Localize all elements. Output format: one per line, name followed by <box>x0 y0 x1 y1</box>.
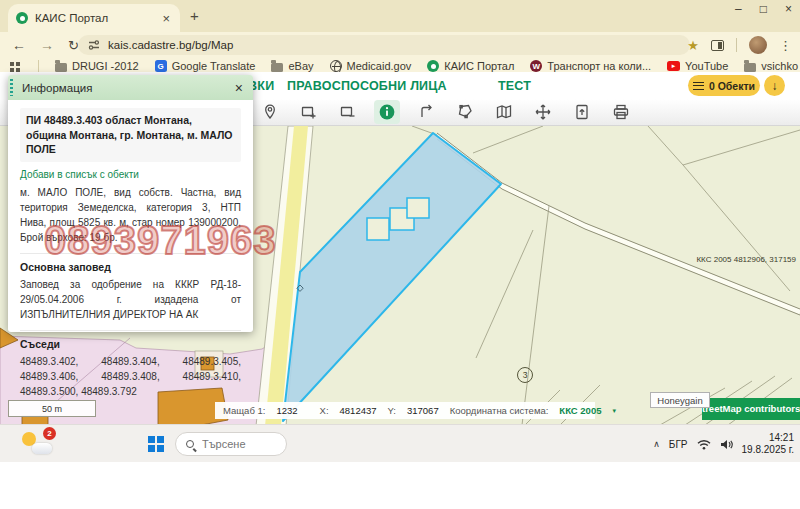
neighbors-list: 48489.3.402, 48489.3.404, 48489.3.405, 4… <box>20 354 241 399</box>
objects-button[interactable]: 0 Обекти <box>688 75 760 96</box>
select-polygon-tool-button[interactable] <box>452 100 478 124</box>
crs-select[interactable]: ККС 2005 <box>559 405 601 416</box>
site-settings-icon[interactable] <box>88 39 100 51</box>
bookmark-youtube-icon: ▸ <box>667 61 680 71</box>
honeygain-tooltip: Honeygain <box>650 392 710 408</box>
info-panel-header[interactable]: Информация × <box>8 75 253 100</box>
parcel-description: м. МАЛО ПОЛЕ, вид собств. Частна, вид те… <box>20 185 241 245</box>
back-button[interactable]: ← <box>12 37 26 53</box>
x-value: 4812437 <box>340 405 377 416</box>
address-bar[interactable]: kais.cadastre.bg/bg/Map <box>78 35 690 55</box>
polygon-select-icon <box>456 103 474 121</box>
objects-download-button[interactable]: ↓ <box>764 75 785 96</box>
parcel-405b[interactable] <box>407 198 429 218</box>
parcel-404[interactable] <box>367 218 389 240</box>
window-maximize-button[interactable]: □ <box>760 2 767 16</box>
wifi-icon[interactable] <box>697 439 711 450</box>
crs-dropdown-icon[interactable]: ▾ <box>612 407 616 415</box>
tab-close-icon[interactable]: × <box>160 11 172 26</box>
speaker-icon[interactable] <box>720 439 733 450</box>
taskbar-start-button[interactable] <box>144 429 168 459</box>
bookmark-item[interactable]: Medicaid.gov <box>330 60 412 72</box>
pan-tool-button[interactable] <box>530 100 556 124</box>
y-value: 317067 <box>407 405 439 416</box>
bookmark-label: vsichko <box>761 60 798 72</box>
nav-pravosposobni-lica[interactable]: ПРАВОСПОСОБНИ ЛИЦА <box>287 79 447 93</box>
locate-tool-button[interactable] <box>257 100 283 124</box>
map-attribution[interactable]: treetMap contributors. <box>702 398 800 420</box>
panel-drag-dots[interactable] <box>10 79 13 96</box>
crs-label: Координатна система: <box>450 405 549 416</box>
window-close-button[interactable]: × <box>785 2 792 16</box>
forward-button[interactable]: → <box>40 37 54 53</box>
scale-bar: 50 m <box>8 400 96 417</box>
profile-avatar[interactable] <box>749 36 767 54</box>
order-section-title: Основна заповед <box>20 253 241 273</box>
print-tool-button[interactable] <box>608 100 634 124</box>
hamburger-icon <box>693 82 704 90</box>
bookmark-label: eBay <box>288 60 313 72</box>
taskbar-search-input[interactable] <box>200 437 272 451</box>
clock[interactable]: 14:21 19.8.2025 г. <box>742 432 794 457</box>
export-tool-button[interactable] <box>569 100 595 124</box>
location-pin-icon <box>261 103 279 121</box>
taskbar-search[interactable] <box>175 432 287 456</box>
bookmarks-divider <box>38 60 39 72</box>
screenshot-bottom-margin <box>0 462 800 509</box>
bookmark-translate-icon: G <box>155 60 167 72</box>
map-sheets-tool-button[interactable] <box>491 100 517 124</box>
notification-badge: 2 <box>43 427 56 440</box>
bookmark-item[interactable]: vsichko <box>744 60 798 72</box>
x-label: X: <box>320 405 329 416</box>
map-status-bar: Мащаб 1: 1232 X: 4812437 Y: 317067 Коорд… <box>215 402 595 419</box>
info-panel-close-icon[interactable]: × <box>235 80 243 96</box>
bookmark-label: КАИС Портал <box>444 60 514 72</box>
folded-map-icon <box>495 103 513 121</box>
info-panel: Информация × ПИ 48489.3.403 област Монта… <box>8 75 253 332</box>
tray-chevron-icon[interactable]: ∧ <box>653 439 660 449</box>
apps-grid-icon[interactable] <box>10 62 14 66</box>
export-page-icon <box>573 103 591 121</box>
new-tab-button[interactable]: + <box>190 7 199 24</box>
zoom-in-rectangle-icon <box>300 103 318 121</box>
tray-date: 19.8.2025 г. <box>742 444 794 455</box>
zoom-out-rectangle-icon <box>339 103 357 121</box>
browser-tab[interactable]: КАИС Портал × <box>8 4 180 32</box>
windows-taskbar: 2 ∧ БГР 14:21 19.8.2025 г. <box>0 424 800 462</box>
language-indicator[interactable]: БГР <box>669 439 688 450</box>
bookmark-globe-icon <box>330 60 342 72</box>
bookmark-item[interactable]: DRUGI -2012 <box>55 60 139 72</box>
info-icon <box>378 103 396 121</box>
add-to-objects-link[interactable]: Добави в списък с обекти <box>20 169 241 180</box>
scale-value[interactable]: 1232 <box>276 405 297 416</box>
zoom-out-box-tool-button[interactable] <box>335 100 361 124</box>
zoom-in-box-tool-button[interactable] <box>296 100 322 124</box>
massif-number-label: 3 <box>517 367 533 383</box>
bookmark-item[interactable]: ▸YouTube <box>667 60 728 72</box>
side-panel-icon[interactable] <box>711 40 724 51</box>
bookmark-item[interactable]: WТранспорт на коли... <box>530 60 651 72</box>
browser-tab-strip: КАИС Портал × + – □ × <box>0 0 800 32</box>
scale-label: Мащаб 1: <box>223 405 265 416</box>
window-minimize-button[interactable]: – <box>735 2 742 16</box>
browser-toolbar: ← → ↻ kais.cadastre.bg/bg/Map ★ ⋮ <box>0 32 800 58</box>
info-tool-button[interactable] <box>374 100 400 124</box>
bookmark-folder-icon <box>744 63 756 72</box>
url-text[interactable]: kais.cadastre.bg/bg/Map <box>108 39 233 51</box>
screen: КАИС Портал × + – □ × ← → ↻ kais.cadastr… <box>0 0 800 509</box>
parcel-title: ПИ 48489.3.403 област Монтана, община Мо… <box>20 108 241 162</box>
tab-title: КАИС Портал <box>35 12 153 24</box>
bookmark-item[interactable]: eBay <box>271 60 313 72</box>
bookmark-item[interactable]: GGoogle Translate <box>155 60 256 72</box>
nav-test[interactable]: ТЕСТ <box>498 79 531 93</box>
order-section-text: Заповед за одобрение на КККР РД-18-29/05… <box>20 277 241 322</box>
move-arrows-icon <box>534 103 552 121</box>
bookmark-item[interactable]: КАИС Портал <box>427 60 514 72</box>
bookmark-star-icon[interactable]: ★ <box>687 38 699 53</box>
bookmark-kais-icon <box>427 60 439 72</box>
search-icon <box>186 440 194 448</box>
weather-widget[interactable]: 2 <box>20 430 54 458</box>
info-panel-title: Информация <box>18 82 235 94</box>
previous-extent-tool-button[interactable] <box>413 100 439 124</box>
browser-menu-icon[interactable]: ⋮ <box>779 38 792 53</box>
